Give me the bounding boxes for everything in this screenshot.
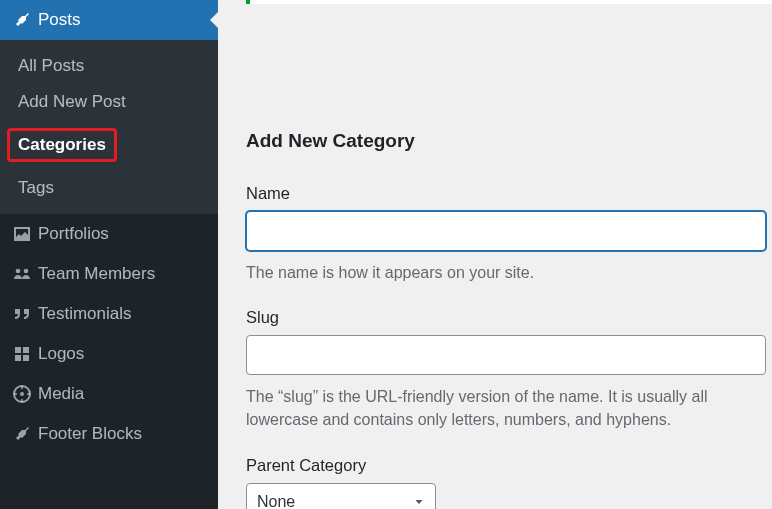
svg-point-1 <box>24 269 29 274</box>
field-parent-category: Parent Category None <box>246 456 766 509</box>
sidebar-item-testimonials[interactable]: Testimonials <box>0 294 218 334</box>
submenu-item-label: Tags <box>18 178 54 197</box>
submenu-item-add-new-post[interactable]: Add New Post <box>0 84 218 120</box>
add-category-form: Add New Category Name The name is how it… <box>246 0 766 509</box>
main-content: Add New Category Name The name is how it… <box>218 0 772 509</box>
sidebar-item-posts[interactable]: Posts <box>0 0 218 40</box>
submenu-item-categories[interactable]: Categories <box>0 120 218 170</box>
pushpin-icon <box>12 424 38 444</box>
grid-icon <box>12 344 38 364</box>
svg-point-0 <box>16 269 21 274</box>
svg-rect-5 <box>23 355 29 361</box>
name-label: Name <box>246 184 766 203</box>
pushpin-icon <box>12 10 38 30</box>
sidebar-item-label: Testimonials <box>38 304 132 324</box>
sidebar-item-label: Media <box>38 384 84 404</box>
sidebar-item-label: Portfolios <box>38 224 109 244</box>
svg-point-7 <box>20 392 24 396</box>
slug-label: Slug <box>246 308 766 327</box>
slug-description: The “slug” is the URL-friendly version o… <box>246 385 766 431</box>
highlight-annotation: Categories <box>7 128 117 162</box>
field-slug: Slug The “slug” is the URL-friendly vers… <box>246 308 766 431</box>
posts-submenu: All Posts Add New Post Categories Tags <box>0 40 218 214</box>
sidebar-item-logos[interactable]: Logos <box>0 334 218 374</box>
form-heading: Add New Category <box>246 130 766 152</box>
admin-sidebar: Posts All Posts Add New Post Categories … <box>0 0 218 509</box>
image-icon <box>12 224 38 244</box>
submenu-item-all-posts[interactable]: All Posts <box>0 48 218 84</box>
svg-rect-2 <box>15 347 21 353</box>
parent-category-select[interactable]: None <box>246 483 436 509</box>
submenu-item-label: Add New Post <box>18 92 126 111</box>
sidebar-item-label: Team Members <box>38 264 155 284</box>
sidebar-item-label: Posts <box>38 10 81 30</box>
sidebar-item-team-members[interactable]: Team Members <box>0 254 218 294</box>
quote-icon <box>12 304 38 324</box>
submenu-item-label: All Posts <box>18 56 84 75</box>
groups-icon <box>12 264 38 284</box>
admin-notice-bar <box>246 0 772 4</box>
media-icon <box>12 384 38 404</box>
name-input[interactable] <box>246 211 766 251</box>
submenu-item-label: Categories <box>18 135 106 154</box>
name-description: The name is how it appears on your site. <box>246 261 766 284</box>
sidebar-item-portfolios[interactable]: Portfolios <box>0 214 218 254</box>
svg-rect-3 <box>23 347 29 353</box>
svg-rect-4 <box>15 355 21 361</box>
sidebar-item-label: Logos <box>38 344 84 364</box>
sidebar-item-footer-blocks[interactable]: Footer Blocks <box>0 414 218 454</box>
submenu-item-tags[interactable]: Tags <box>0 170 218 206</box>
parent-label: Parent Category <box>246 456 766 475</box>
field-name: Name The name is how it appears on your … <box>246 184 766 284</box>
sidebar-item-label: Footer Blocks <box>38 424 142 444</box>
sidebar-item-media[interactable]: Media <box>0 374 218 414</box>
slug-input[interactable] <box>246 335 766 375</box>
